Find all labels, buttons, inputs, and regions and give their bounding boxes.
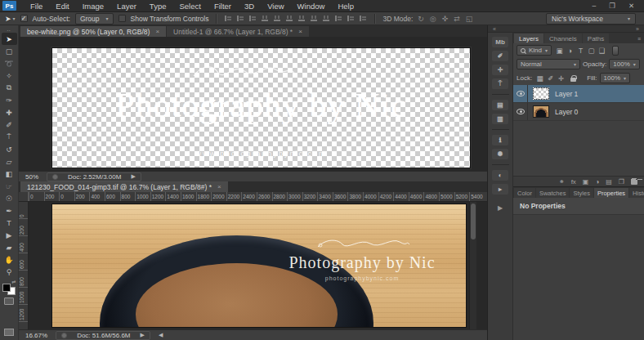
align-top-edges-icon[interactable]: [261, 15, 269, 22]
tab-bee-white[interactable]: bee-white.png @ 50% (Layer 0, RGB/8)×: [20, 26, 166, 37]
close-icon[interactable]: ×: [217, 183, 221, 190]
eraser-tool[interactable]: ▱: [2, 155, 17, 168]
zoom-level-field[interactable]: 16.67%: [25, 332, 47, 339]
menu-item[interactable]: Window: [291, 2, 332, 11]
filter-type-layers-icon[interactable]: T: [575, 46, 586, 56]
tab-swatches[interactable]: Swatches: [536, 188, 570, 198]
new-layer-icon[interactable]: ❐: [619, 178, 624, 186]
path-selection-tool[interactable]: ▶: [2, 229, 17, 241]
opacity-value-dropdown[interactable]: 100%▾: [609, 59, 639, 69]
tab-styles[interactable]: Styles: [570, 188, 593, 198]
quick-selection-tool[interactable]: ✧: [2, 69, 17, 82]
lock-pixels-icon[interactable]: ✐: [545, 74, 556, 83]
screen-mode-button[interactable]: [4, 329, 14, 336]
blend-mode-dropdown[interactable]: Normal▾: [517, 59, 580, 69]
distribute-right-edges-icon[interactable]: [359, 15, 367, 22]
3d-scale-icon[interactable]: ◱: [466, 15, 473, 23]
gradient-tool[interactable]: ◧: [2, 168, 17, 180]
link-layers-icon[interactable]: ⚭: [559, 178, 565, 186]
3d-drag-icon[interactable]: ✜: [442, 15, 449, 23]
filter-pixel-layers-icon[interactable]: ▣: [554, 46, 565, 56]
new-group-icon[interactable]: ▤: [606, 178, 612, 186]
fill-value-dropdown[interactable]: 100%▾: [600, 73, 630, 83]
crop-tool[interactable]: ⧉: [2, 82, 17, 94]
dodge-tool[interactable]: ☉: [2, 192, 17, 204]
tab-histogram[interactable]: Histogram: [629, 188, 644, 198]
3d-rotate-icon[interactable]: ↻: [418, 15, 424, 23]
quick-mask-button[interactable]: [4, 298, 14, 305]
menu-item[interactable]: Edit: [49, 2, 75, 11]
restore-button[interactable]: ❐: [609, 2, 615, 10]
menu-item[interactable]: View: [261, 2, 290, 11]
minimize-button[interactable]: –: [593, 2, 597, 10]
tab-paths[interactable]: Paths: [583, 34, 609, 43]
align-horizontal-centers-icon[interactable]: [236, 15, 244, 22]
tools-panel-grip[interactable]: ‥: [7, 26, 11, 33]
distribute-left-edges-icon[interactable]: [334, 15, 342, 22]
filtering-toggle-icon[interactable]: [612, 46, 619, 56]
clone-source-icon[interactable]: ⍑: [492, 78, 508, 89]
menu-item[interactable]: Help: [331, 2, 360, 11]
mini-bridge-icon[interactable]: Mb: [492, 37, 508, 47]
panel-menu-icon[interactable]: ≡: [637, 36, 644, 43]
collapse-dock-right-icon[interactable]: »: [636, 26, 639, 32]
scrollbar-thumb[interactable]: [471, 204, 476, 239]
visibility-cell[interactable]: [513, 85, 528, 102]
tab-food-tif[interactable]: 121230_FOOD_014-gimp3.tif @ 16.7% (Layer…: [20, 181, 228, 192]
close-button[interactable]: ✕: [628, 2, 634, 10]
workspace-selector[interactable]: Nic's Workspace▾: [546, 13, 636, 25]
zoom-tool[interactable]: ⚲: [2, 266, 17, 278]
canvas-food-photo[interactable]: Photography by Nic photographybynic.com: [51, 204, 467, 328]
distribute-top-edges-icon[interactable]: [297, 15, 306, 22]
pen-tool[interactable]: ✒: [2, 204, 17, 217]
ruler-corner[interactable]: [19, 192, 29, 201]
adjustment-layer-icon[interactable]: ◑: [595, 178, 599, 186]
clone-stamp-tool[interactable]: ⍑: [2, 131, 17, 143]
add-layer-mask-icon[interactable]: ▣: [583, 178, 589, 186]
delete-layer-icon[interactable]: [631, 178, 637, 185]
move-tool[interactable]: ➤: [2, 33, 17, 45]
layer-row-layer-0[interactable]: Layer 0: [513, 103, 644, 121]
adjustments-icon[interactable]: ✺: [492, 149, 508, 159]
filter-adjustment-layers-icon[interactable]: ◑: [565, 46, 575, 56]
eyedropper-tool[interactable]: ✑: [2, 94, 17, 106]
menu-item[interactable]: File: [24, 2, 49, 11]
marquee-tool[interactable]: ▢: [2, 45, 17, 57]
auto-select-checkbox[interactable]: ✓: [20, 15, 28, 22]
timeline-icon[interactable]: ▸: [492, 184, 508, 195]
tab-properties[interactable]: Properties: [594, 188, 628, 198]
3d-roll-icon[interactable]: ◎: [430, 15, 436, 23]
vertical-scrollbar[interactable]: [469, 202, 476, 329]
auto-select-target-dropdown[interactable]: Group▾: [75, 13, 114, 25]
info-icon[interactable]: ℹ: [492, 135, 508, 145]
canvas-bee-white[interactable]: Photography by Nic www.photographybynic.…: [51, 47, 471, 168]
layer-name[interactable]: Layer 0: [555, 108, 578, 116]
align-right-edges-icon[interactable]: [248, 15, 257, 22]
layer-effects-icon[interactable]: fx: [571, 178, 576, 186]
lasso-tool[interactable]: ➰: [2, 57, 17, 69]
expand-panel-icon[interactable]: ▶: [498, 204, 503, 212]
menu-item[interactable]: 3D: [238, 2, 261, 11]
lock-position-icon[interactable]: ✛: [556, 74, 566, 83]
swap-colors-icon[interactable]: ⇄: [11, 279, 16, 284]
notes-icon[interactable]: ▥: [492, 114, 508, 124]
status-menu-arrow-icon[interactable]: ▶: [141, 332, 145, 338]
layer-thumbnail[interactable]: [533, 87, 549, 100]
menu-item[interactable]: Type: [143, 2, 173, 11]
healing-brush-tool[interactable]: ✚: [2, 106, 17, 119]
filter-smart-objects-icon[interactable]: ❑: [597, 46, 607, 56]
zoom-level-field[interactable]: 50%: [25, 173, 38, 181]
distribute-vertical-centers-icon[interactable]: [310, 15, 318, 22]
layer-thumbnail[interactable]: [533, 105, 549, 118]
filter-shape-layers-icon[interactable]: ▢: [586, 46, 597, 56]
type-tool[interactable]: T: [2, 217, 17, 229]
brush-presets-icon[interactable]: ✐: [492, 51, 508, 61]
tab-color[interactable]: Color: [514, 188, 535, 198]
tab-layers[interactable]: Layers: [514, 34, 543, 43]
lock-transparency-icon[interactable]: ▦: [534, 74, 545, 83]
layer-row-layer-1[interactable]: Layer 1: [513, 85, 644, 103]
3d-slide-icon[interactable]: ⇄: [454, 15, 460, 23]
shape-tool[interactable]: ▰: [2, 241, 17, 253]
history-brush-tool[interactable]: ↺: [2, 143, 17, 155]
current-tool-icon[interactable]: ➤▾: [5, 15, 16, 23]
